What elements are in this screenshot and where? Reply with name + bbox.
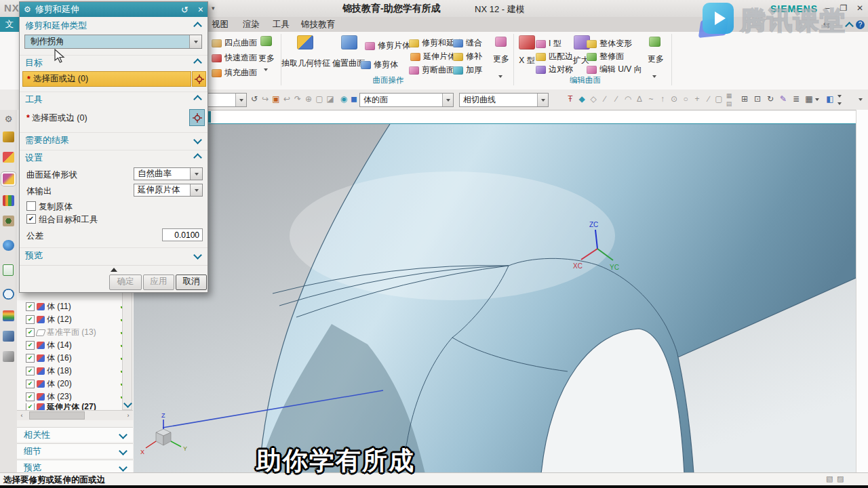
dialog-collapse-strip[interactable] [20, 265, 208, 274]
target-select-field[interactable]: * 选择面或边 (0) [22, 71, 191, 87]
graphics-viewport[interactable]: ZC XC YC Z X Y [134, 124, 856, 472]
ribbon-refit-face[interactable]: 整修面 [587, 51, 624, 62]
color-palette-icon[interactable] [3, 310, 14, 321]
curve-rule-combo[interactable]: 相切曲线 [459, 93, 549, 107]
snap-point-icon[interactable]: Ŧ [565, 94, 576, 104]
scroll-thumb[interactable] [29, 411, 85, 420]
tree-row-body-14[interactable]: ✔体 (14)✔ [17, 339, 129, 352]
quick-access-more-icon[interactable]: ▾ [212, 5, 215, 12]
snap-line-icon[interactable]: ∕ [599, 94, 610, 104]
ribbon-extend-sheet[interactable]: 延伸片体 [410, 51, 456, 62]
ribbon-edge-symmetry[interactable]: 边对称 [536, 64, 573, 75]
ribbon-sew[interactable]: 缝合 [453, 37, 482, 49]
selbar-overflow-icon[interactable] [859, 98, 863, 101]
section-required-result[interactable]: 需要的结果 [20, 132, 208, 147]
ribbon-break-surface[interactable]: 剪断曲面 [409, 64, 454, 76]
tool-select-button[interactable] [189, 109, 205, 126]
visualization-icon[interactable] [3, 216, 14, 226]
render-style-dropdown-icon[interactable] [837, 95, 842, 98]
zoom-window-icon[interactable]: ⊞ [739, 94, 750, 104]
measure-tool-icon[interactable] [3, 331, 14, 342]
checkbox-icon[interactable]: ✔ [26, 302, 35, 311]
ribbon-global-shaping[interactable]: 整体变形 [587, 38, 632, 49]
tree-horizontal-scrollbar[interactable]: ‹ › [17, 410, 133, 420]
collapse-ribbon-icon[interactable] [845, 22, 854, 30]
chevron-down-icon[interactable] [537, 94, 548, 106]
grid-dropdown-icon[interactable] [815, 98, 819, 101]
more-3-dropdown-icon[interactable] [652, 75, 656, 78]
ribbon-fill-surface[interactable]: 填充曲面 [212, 67, 257, 79]
touch-mode-icon[interactable] [3, 351, 14, 362]
tree-vertical-scrollbar[interactable] [122, 291, 132, 410]
selection-box-icon[interactable]: ▣ [271, 94, 281, 104]
dialog-reset-icon[interactable]: ↺ [181, 5, 189, 15]
section-tool[interactable]: 工具 [20, 92, 208, 106]
trim-and-extend-dialog[interactable]: ⚙ 修剪和延伸 ↺ × 修剪和延伸类型 制作拐角 目标 * 选择面或边 (0) … [19, 1, 208, 293]
render-style-cube-icon[interactable]: ◧ [825, 94, 835, 104]
cancel-button[interactable]: 取消 [176, 274, 207, 290]
x-form-icon[interactable] [519, 35, 535, 49]
rotate-view-icon[interactable]: ↻ [765, 94, 776, 104]
tree-row-body-11[interactable]: ✔体 (11)✔ [17, 300, 129, 313]
ribbon-rapid-surface[interactable]: 快速造面 [212, 52, 257, 64]
more-1-dropdown-icon[interactable] [264, 68, 268, 71]
snap-plus-icon[interactable]: + [692, 94, 703, 104]
tab-view[interactable]: 视图 [206, 17, 234, 32]
combine-checkbox[interactable]: ✔ [26, 214, 36, 224]
body-output-combo[interactable]: 延伸原片体 [134, 184, 203, 197]
chevron-down-icon[interactable] [190, 184, 202, 196]
offset-surface-icon[interactable] [341, 35, 357, 49]
chevron-down-icon[interactable] [190, 168, 202, 180]
selection-region-icon[interactable]: ◪ [325, 94, 336, 104]
more-edit-surface-icon[interactable] [649, 37, 660, 47]
ribbon-more-3[interactable]: 更多 [644, 54, 667, 65]
grid-display-icon[interactable]: ▦ [804, 94, 814, 104]
section-preview-dialog[interactable]: 预览 [20, 247, 208, 262]
checkbox-icon[interactable]: ✔ [26, 354, 35, 363]
extend-shape-combo[interactable]: 自然曲率 [134, 167, 203, 180]
snap-intersection-icon[interactable]: ↑ [657, 94, 668, 104]
extract-geometry-icon[interactable] [297, 35, 313, 49]
apply-button[interactable]: 应用 [143, 274, 174, 290]
highlight-sphere-icon[interactable]: ◉ [338, 94, 349, 104]
chevron-down-icon[interactable] [442, 94, 453, 106]
tab-tools[interactable]: 工具 [267, 17, 295, 32]
tab-file[interactable]: 文 [0, 17, 19, 32]
render-style-dropdown2-icon[interactable] [837, 102, 842, 105]
history-clock-icon[interactable] [3, 289, 14, 300]
snap-circle-icon[interactable]: ○ [680, 94, 691, 104]
chevron-down-icon[interactable] [235, 94, 246, 106]
assembly-navigator-icon[interactable] [3, 152, 14, 163]
snap-arc-icon[interactable]: ◠ [623, 94, 633, 104]
grid-bottom-icon[interactable]: ▤ [724, 98, 734, 109]
selection-filter-combo[interactable] [208, 93, 247, 107]
right-gutter[interactable] [856, 110, 868, 472]
section-target[interactable]: 目标 [20, 55, 208, 70]
section-dependencies[interactable]: 相关性 [17, 427, 133, 442]
settings-gear-icon[interactable]: ⚙ [3, 114, 14, 125]
snap-face-icon[interactable]: ▢ [713, 94, 724, 104]
brush-icon[interactable]: ✎ [778, 94, 789, 104]
tree-row-body-18[interactable]: ✔体 (18)✔ [17, 365, 129, 378]
layers-icon[interactable]: ≣ [791, 94, 802, 104]
checkbox-icon[interactable]: ✔ [26, 341, 35, 350]
tool-select-field[interactable]: * 选择面或边 (0) [26, 113, 87, 124]
type-combo[interactable]: 制作拐角 [24, 35, 202, 49]
scroll-left-icon[interactable]: ‹ [17, 411, 26, 420]
document-report-icon[interactable] [3, 264, 14, 276]
checkbox-icon[interactable]: ✔ [26, 315, 35, 324]
tab-render[interactable]: 渲染 [237, 17, 265, 32]
section-type[interactable]: 修剪和延伸类型 [20, 18, 208, 33]
clip-section-icon[interactable]: ▧ [826, 474, 833, 483]
more-surface-ops-icon[interactable] [495, 37, 507, 47]
ribbon-more-2[interactable]: 更多 [490, 54, 513, 65]
face-rule-combo[interactable]: 体的面 [359, 93, 454, 107]
chevron-down-icon[interactable] [189, 35, 201, 48]
ribbon-trim-body[interactable]: 修剪体 [361, 59, 398, 70]
ribbon-patch[interactable]: 修补 [453, 51, 482, 62]
dialog-title-bar[interactable]: ⚙ 修剪和延伸 ↺ × [20, 2, 208, 17]
checkbox-icon[interactable]: ✔ [26, 380, 35, 388]
t tree-row-body-23[interactable]: ✔体 (23)✔ [17, 390, 129, 403]
selection-loop-icon[interactable]: ↷ [292, 94, 303, 104]
clip-section2-icon[interactable]: ▨ [837, 474, 844, 483]
